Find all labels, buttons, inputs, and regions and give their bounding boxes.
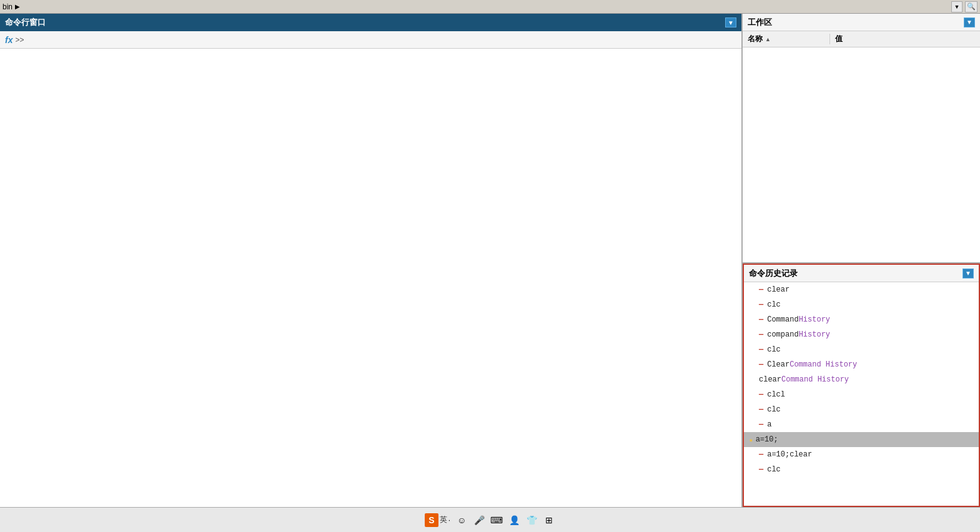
history-list-item[interactable]: —clc xyxy=(744,402,979,417)
history-item-text: clc xyxy=(767,405,781,414)
title-bar-dropdown[interactable]: ▼ xyxy=(951,1,963,12)
history-list-item[interactable]: —clc xyxy=(744,462,979,477)
sougou-ime[interactable]: S 英 · xyxy=(425,513,450,527)
history-item-text: clcl xyxy=(767,390,785,399)
command-window-header: 命令行窗口 ▼ xyxy=(0,14,741,31)
command-window-collapse-btn[interactable]: ▼ xyxy=(725,17,736,27)
history-title: 命令历史记录 xyxy=(749,268,798,279)
history-body[interactable]: —clear—clc—Command History—compand Histo… xyxy=(744,282,979,506)
right-panel: 工作区 ▼ 名称 ▲ 值 命令历史记录 ▼ —clear—clc xyxy=(743,14,980,507)
shirt-icon[interactable]: 👕 xyxy=(525,514,538,526)
workspace-panel: 工作区 ▼ 名称 ▲ 值 xyxy=(743,14,980,264)
breadcrumb-arrow: ▶ xyxy=(15,3,20,10)
breadcrumb-path: bin xyxy=(2,2,12,11)
history-item-text: clc xyxy=(767,345,781,354)
command-window-panel: 命令行窗口 ▼ fx >> xyxy=(0,14,743,507)
history-header: 命令历史记录 ▼ xyxy=(744,265,979,282)
command-window-header-right: ▼ xyxy=(725,17,736,27)
history-item-text: Clear xyxy=(767,360,789,369)
title-bar-search-icon[interactable]: 🔍 xyxy=(965,1,978,12)
emoji-icon[interactable]: ☺ xyxy=(455,514,468,526)
workspace-table-header: 名称 ▲ 值 xyxy=(743,31,980,47)
history-item-text-colored: History xyxy=(799,330,830,339)
workspace-collapse-btn[interactable]: ▼ xyxy=(964,17,975,27)
history-list-item[interactable]: —compand History xyxy=(744,327,979,342)
history-item-text-colored: History xyxy=(799,315,830,324)
command-toolbar: fx >> xyxy=(0,31,741,49)
history-list-item[interactable]: ★a=10; xyxy=(744,432,979,447)
main-area: 命令行窗口 ▼ fx >> 工作区 ▼ 名称 ▲ 值 xyxy=(0,14,980,507)
command-window-title: 命令行窗口 xyxy=(5,17,46,28)
history-item-text: a xyxy=(767,420,771,429)
command-body[interactable] xyxy=(0,49,741,507)
history-list-item[interactable]: —clear xyxy=(744,282,979,297)
workspace-col-name: 名称 ▲ xyxy=(743,34,830,44)
history-list-item[interactable]: —clcl xyxy=(744,387,979,402)
history-list-item[interactable]: —clc xyxy=(744,297,979,312)
ime-dot: · xyxy=(448,516,450,525)
ime-label: 英 xyxy=(440,515,447,525)
mic-icon[interactable]: 🎤 xyxy=(473,514,485,526)
history-list-item[interactable]: clear Command History xyxy=(744,372,979,387)
history-item-text: clear xyxy=(759,375,781,384)
history-list-item[interactable]: —Clear Command History xyxy=(744,357,979,372)
history-star-icon: ★ xyxy=(749,436,753,444)
workspace-col-value: 值 xyxy=(830,34,848,44)
history-item-text: a=10;clear xyxy=(767,450,812,459)
history-item-text: clear xyxy=(767,285,789,294)
history-item-text-colored: Command History xyxy=(781,375,849,384)
history-list-item[interactable]: —a xyxy=(744,417,979,432)
history-panel: 命令历史记录 ▼ —clear—clc—Command History—comp… xyxy=(743,264,980,507)
workspace-header: 工作区 ▼ xyxy=(743,14,980,31)
sort-arrow-icon: ▲ xyxy=(765,36,771,42)
title-bar-search-area: ▼ 🔍 xyxy=(951,1,978,12)
history-collapse-btn[interactable]: ▼ xyxy=(963,268,974,278)
grid-icon[interactable]: ⊞ xyxy=(543,514,555,526)
workspace-title: 工作区 xyxy=(748,17,772,28)
history-item-text: compand xyxy=(767,330,798,339)
history-item-text-colored: Command History xyxy=(789,360,857,369)
keyboard-icon[interactable]: ⌨ xyxy=(490,514,503,526)
title-bar: bin ▶ ▼ 🔍 xyxy=(0,0,980,14)
sougou-icon: S xyxy=(425,513,438,527)
taskbar: S 英 · ☺ 🎤 ⌨ 👤 👕 ⊞ xyxy=(0,507,980,532)
history-list-item[interactable]: —Command History xyxy=(744,312,979,327)
breadcrumb: bin ▶ xyxy=(2,2,20,11)
fx-label: fx xyxy=(5,35,12,45)
user-icon[interactable]: 👤 xyxy=(508,514,520,526)
history-item-text: clc xyxy=(767,300,781,309)
history-list-item[interactable]: —clc xyxy=(744,342,979,357)
workspace-body[interactable] xyxy=(743,47,980,262)
history-item-text: a=10; xyxy=(756,435,778,444)
history-item-text: Command xyxy=(767,315,798,324)
chevron-label: >> xyxy=(15,36,24,44)
history-list-item[interactable]: —a=10;clear xyxy=(744,447,979,462)
history-item-text: clc xyxy=(767,465,781,474)
